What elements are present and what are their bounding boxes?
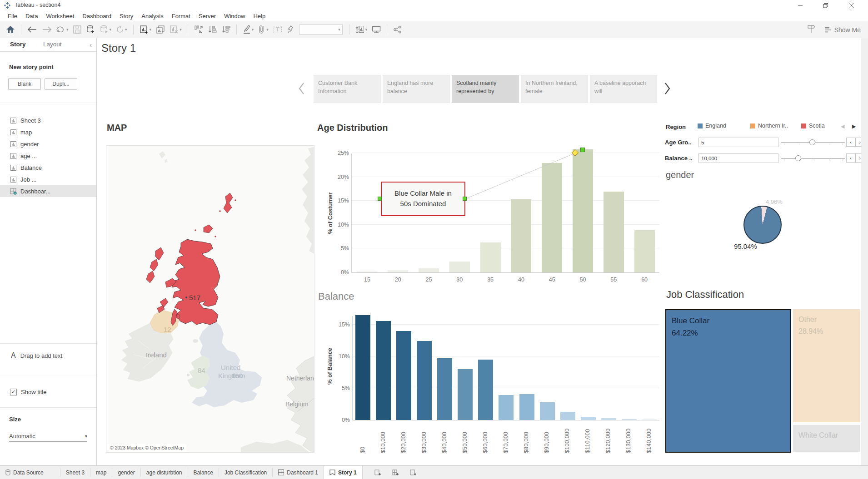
- age-group-filter-input[interactable]: [698, 138, 778, 147]
- bar-15[interactable]: [357, 272, 377, 272]
- sidebar-sheet-age-[interactable]: age ...: [0, 150, 96, 162]
- bar-35[interactable]: [480, 242, 501, 272]
- show-title-checkbox[interactable]: ✓: [10, 389, 17, 395]
- tab-data-source[interactable]: Data Source: [0, 466, 49, 479]
- share-button[interactable]: [391, 23, 404, 36]
- menu-format[interactable]: Format: [168, 13, 195, 20]
- age-group-decrement-button[interactable]: ‹: [846, 138, 855, 147]
- tab-age-disturbtion[interactable]: age disturbtion: [141, 466, 188, 479]
- duplicate-button[interactable]: [154, 23, 167, 36]
- show-me-button[interactable]: Show Me: [824, 26, 861, 34]
- tab-layout[interactable]: Layout: [43, 41, 62, 48]
- treemap-blue-collar[interactable]: Blue Collar 64.22%: [665, 309, 791, 453]
- bar-130000[interactable]: [622, 419, 637, 420]
- tooltip-signpost-icon[interactable]: [806, 25, 816, 35]
- annotation-left-handle[interactable]: [378, 197, 382, 201]
- sidebar-sheet-dashboar-[interactable]: Dashboar...: [0, 185, 96, 197]
- bar-40000[interactable]: [437, 358, 452, 420]
- new-dashboard-tab-button[interactable]: [387, 466, 404, 479]
- tab-story[interactable]: Story: [10, 41, 26, 48]
- story-next-icon[interactable]: [662, 82, 672, 97]
- menu-dashboard[interactable]: Dashboard: [78, 13, 115, 20]
- age-group-slider-handle[interactable]: [809, 139, 815, 145]
- bar-80000[interactable]: [519, 394, 534, 420]
- legend-scroll-left-icon[interactable]: ◀: [841, 123, 844, 129]
- balance-decrement-button[interactable]: ‹: [846, 153, 855, 163]
- menu-data[interactable]: Data: [21, 13, 42, 20]
- bar-30[interactable]: [449, 262, 470, 272]
- maximize-button[interactable]: [815, 0, 836, 11]
- minimize-button[interactable]: [790, 0, 811, 11]
- tab-sheet-3[interactable]: Sheet 3: [60, 466, 90, 479]
- story-prev-icon[interactable]: [297, 82, 307, 97]
- story-point-3[interactable]: Scotland mainly represented by: [452, 75, 519, 103]
- sort-ascending-button[interactable]: [205, 23, 219, 36]
- sidebar-sheet-balance[interactable]: Balance: [0, 162, 96, 173]
- tab-gender[interactable]: gender: [112, 466, 140, 479]
- annotation-right-handle[interactable]: [463, 197, 467, 201]
- menu-analysis[interactable]: Analysis: [137, 13, 167, 20]
- menu-worksheet[interactable]: Worksheet: [42, 13, 78, 20]
- menu-help[interactable]: Help: [249, 13, 269, 20]
- group-members-button[interactable]: ▾: [256, 23, 271, 36]
- home-button[interactable]: [4, 23, 17, 36]
- map-view[interactable]: 517 12 Ireland 84 United Kingdom 160 Net…: [106, 145, 314, 453]
- sidebar-sheet-map[interactable]: map: [0, 126, 96, 138]
- swap-rows-columns-button[interactable]: [192, 23, 205, 36]
- tab-map[interactable]: map: [90, 466, 112, 479]
- fit-selector[interactable]: ▾: [299, 25, 343, 35]
- region-legend-item-england[interactable]: England: [698, 123, 750, 129]
- highlight-button[interactable]: ▾: [240, 23, 256, 36]
- presentation-mode-button[interactable]: [369, 23, 383, 36]
- map-scotland-shape[interactable]: [172, 239, 220, 325]
- refresh-caret-icon[interactable]: ▾: [125, 27, 127, 32]
- text-box-button[interactable]: [271, 23, 284, 36]
- replay-button[interactable]: ▾: [54, 23, 71, 36]
- blank-button[interactable]: Blank: [8, 78, 41, 90]
- highlight-caret-icon[interactable]: ▾: [252, 27, 254, 32]
- new-worksheet-tab-button[interactable]: [369, 466, 387, 479]
- story-point-1[interactable]: Customer Bank Information: [314, 75, 381, 103]
- balance-slider[interactable]: [781, 153, 845, 163]
- bar-120000[interactable]: [601, 418, 616, 420]
- undo-button[interactable]: [25, 23, 40, 36]
- bar-30000[interactable]: [417, 341, 432, 420]
- sidebar-sheet-gender[interactable]: gender: [0, 138, 96, 150]
- size-select[interactable]: Automatic ▾: [9, 430, 87, 442]
- collapse-pane-icon[interactable]: ‹: [90, 41, 92, 49]
- bar-100000[interactable]: [560, 412, 575, 420]
- tab-balance[interactable]: Balance: [188, 466, 219, 479]
- bar-20000[interactable]: [396, 331, 411, 420]
- refresh-button[interactable]: ▾: [114, 23, 130, 36]
- balance-filter-input[interactable]: [698, 153, 778, 163]
- sidebar-sheet-job-[interactable]: Job ...: [0, 173, 96, 185]
- tab-dashboard-1[interactable]: Dashboard 1: [273, 466, 324, 479]
- bar-50000[interactable]: [458, 369, 473, 420]
- region-legend-item-scotla[interactable]: Scotla: [801, 123, 839, 129]
- bar-60[interactable]: [634, 230, 655, 272]
- drag-to-add-text[interactable]: A Drag to add text: [11, 351, 62, 360]
- story-point-4[interactable]: In Northern Irenland, female: [521, 75, 588, 103]
- save-button[interactable]: [71, 23, 84, 36]
- legend-scroll-right-icon[interactable]: ▶: [852, 123, 856, 129]
- fix-axes-pin-button[interactable]: [284, 23, 296, 36]
- bar-70000[interactable]: [499, 395, 514, 420]
- menu-story[interactable]: Story: [115, 13, 137, 20]
- show-hide-cards-button[interactable]: ▾: [353, 23, 370, 36]
- bar-0[interactable]: [355, 315, 370, 420]
- new-worksheet-caret-icon[interactable]: ▾: [150, 27, 152, 32]
- redo-button[interactable]: [40, 23, 54, 36]
- tab-job-classification[interactable]: Job Classification: [219, 466, 272, 479]
- menu-server[interactable]: Server: [195, 13, 220, 20]
- bar-10000[interactable]: [376, 321, 391, 420]
- story-point-5[interactable]: A baseline apporach will: [590, 75, 657, 103]
- treemap-white-collar[interactable]: White Collar: [793, 425, 860, 452]
- sort-descending-button[interactable]: [219, 23, 233, 36]
- story-point-2[interactable]: England has more balance: [383, 75, 450, 103]
- bar-55[interactable]: [604, 192, 624, 272]
- bar-40[interactable]: [511, 199, 531, 272]
- bar-90000[interactable]: [540, 402, 555, 420]
- bar-110000[interactable]: [581, 417, 596, 420]
- balance-slider-handle[interactable]: [795, 155, 801, 161]
- bar-140000[interactable]: [642, 420, 657, 420]
